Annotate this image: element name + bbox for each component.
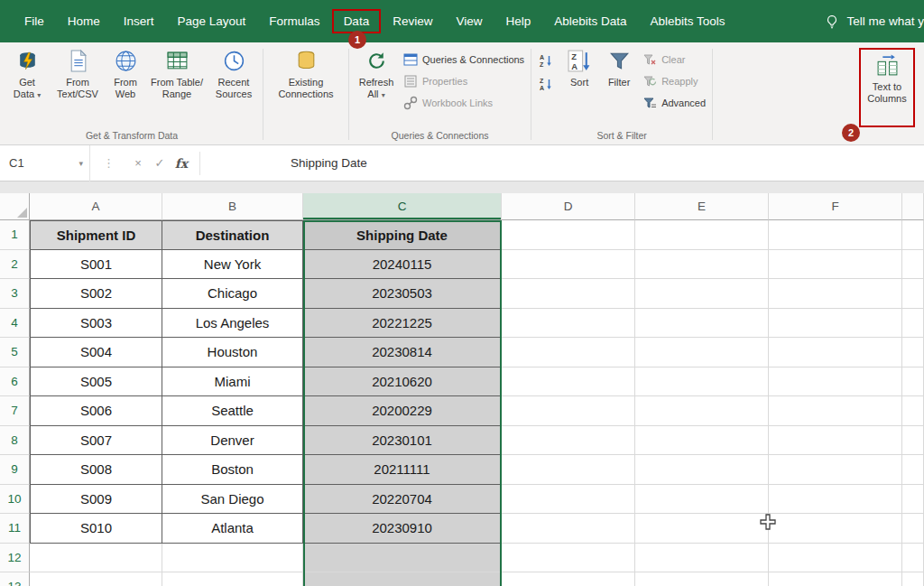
cell-G5[interactable] <box>902 338 924 367</box>
cell-F2[interactable] <box>769 250 902 280</box>
cell-B12[interactable] <box>162 544 303 573</box>
cell-B4[interactable]: Los Angeles <box>162 309 303 339</box>
column-header-D[interactable]: D <box>502 193 635 220</box>
cell-G6[interactable] <box>902 367 924 397</box>
cell-F13[interactable] <box>769 572 902 586</box>
cell-D12[interactable] <box>502 544 635 573</box>
row-header-9[interactable]: 9 <box>0 455 30 485</box>
cell-G7[interactable] <box>902 396 924 426</box>
queries-connections-button[interactable]: Queries & Connections <box>401 50 527 69</box>
cell-G12[interactable] <box>902 544 924 573</box>
filter-button[interactable]: Filter <box>599 45 639 121</box>
cell-G11[interactable] <box>902 514 924 544</box>
cell-A4[interactable]: S003 <box>30 309 162 339</box>
ribbon-tab-review[interactable]: Review <box>381 9 444 33</box>
ribbon-tab-ablebits-data[interactable]: Ablebits Data <box>542 9 638 33</box>
cell-C12[interactable] <box>303 544 502 573</box>
recent-sources-button[interactable]: Recent Sources <box>208 45 259 121</box>
row-header-12[interactable]: 12 <box>0 544 30 573</box>
row-header-6[interactable]: 6 <box>0 367 30 397</box>
cell-B13[interactable] <box>162 572 303 586</box>
row-header-3[interactable]: 3 <box>0 279 30 309</box>
row-header-2[interactable]: 2 <box>0 250 30 280</box>
cell-B3[interactable]: Chicago <box>162 279 303 309</box>
enter-icon[interactable]: ✓ <box>149 156 171 170</box>
insert-function-icon[interactable]: fx <box>171 156 192 171</box>
row-header-8[interactable]: 8 <box>0 426 30 456</box>
cell-D3[interactable] <box>502 279 635 309</box>
cell-B1[interactable]: Destination <box>162 220 303 250</box>
cell-E1[interactable] <box>635 220 769 250</box>
cell-C1[interactable]: Shipping Date <box>303 220 502 250</box>
cell-G4[interactable] <box>902 309 924 339</box>
cell-B5[interactable]: Houston <box>162 338 303 367</box>
cell-C10[interactable]: 20220704 <box>303 485 502 515</box>
select-all-button[interactable] <box>0 193 30 220</box>
cell-F7[interactable] <box>769 396 902 426</box>
cell-A12[interactable] <box>30 544 162 573</box>
row-header-13[interactable]: 13 <box>0 572 30 586</box>
cell-B10[interactable]: San Diego <box>162 485 303 515</box>
formula-bar-handle[interactable]: ⋮ <box>90 156 127 170</box>
advanced-filter-button[interactable]: Advanced <box>640 93 708 112</box>
cell-A13[interactable] <box>30 572 162 586</box>
formula-input[interactable]: Shipping Date <box>291 156 367 170</box>
clear-filter-button[interactable]: Clear <box>640 50 708 69</box>
ribbon-tab-file[interactable]: File <box>13 9 56 33</box>
get-data-button[interactable]: Get Data ▾ <box>5 45 50 121</box>
cell-A9[interactable]: S008 <box>30 455 162 485</box>
cell-B2[interactable]: New York <box>162 250 303 280</box>
row-header-11[interactable]: 11 <box>0 514 30 544</box>
cell-D10[interactable] <box>502 485 635 515</box>
cell-F1[interactable] <box>769 220 902 250</box>
cell-G13[interactable] <box>902 572 924 586</box>
cell-E11[interactable] <box>635 514 769 544</box>
cell-F10[interactable] <box>769 485 902 515</box>
cell-E4[interactable] <box>635 309 769 339</box>
cell-A2[interactable]: S001 <box>30 250 162 280</box>
cell-C8[interactable]: 20230101 <box>303 426 502 456</box>
cell-G2[interactable] <box>902 250 924 280</box>
column-header-A[interactable]: A <box>30 193 162 220</box>
ribbon-tab-formulas[interactable]: Formulas <box>257 9 331 33</box>
cell-F11[interactable] <box>769 514 902 544</box>
cell-C5[interactable]: 20230814 <box>303 338 502 367</box>
refresh-all-button[interactable]: Refresh All ▾ <box>353 45 400 121</box>
cell-D5[interactable] <box>502 338 635 367</box>
cell-B7[interactable]: Seattle <box>162 396 303 426</box>
cell-F6[interactable] <box>769 367 902 397</box>
cell-B9[interactable]: Boston <box>162 455 303 485</box>
cell-E3[interactable] <box>635 279 769 309</box>
cell-D9[interactable] <box>502 455 635 485</box>
cell-D13[interactable] <box>502 572 635 586</box>
cell-F8[interactable] <box>769 426 902 456</box>
reapply-filter-button[interactable]: Reapply <box>640 71 708 90</box>
cell-E2[interactable] <box>635 250 769 280</box>
column-header-B[interactable]: B <box>162 193 303 220</box>
cell-E12[interactable] <box>635 544 769 573</box>
existing-connections-button[interactable]: Existing Connections <box>267 45 345 121</box>
row-header-1[interactable]: 1 <box>0 220 30 250</box>
cell-G1[interactable] <box>902 220 924 250</box>
text-to-columns-button[interactable]: Text to Columns <box>861 50 913 126</box>
from-web-button[interactable]: From Web <box>106 45 145 121</box>
name-box[interactable]: C1 ▾ <box>0 145 90 181</box>
cell-A3[interactable]: S002 <box>30 279 162 309</box>
cell-F4[interactable] <box>769 309 902 339</box>
row-header-5[interactable]: 5 <box>0 338 30 367</box>
cell-C13[interactable] <box>303 572 502 586</box>
ribbon-tab-ablebits-tools[interactable]: Ablebits Tools <box>639 9 737 33</box>
cell-C2[interactable]: 20240115 <box>303 250 502 280</box>
properties-button[interactable]: Properties <box>401 71 527 90</box>
from-table-range-button[interactable]: From Table/ Range <box>146 45 208 121</box>
ribbon-tab-view[interactable]: View <box>444 9 494 33</box>
cancel-icon[interactable]: × <box>127 156 149 170</box>
cell-D1[interactable] <box>502 220 635 250</box>
cell-C11[interactable]: 20230910 <box>303 514 502 544</box>
cell-D7[interactable] <box>502 396 635 426</box>
sort-button[interactable]: ZA Sort <box>560 45 598 121</box>
cell-G10[interactable] <box>902 485 924 515</box>
cell-B8[interactable]: Denver <box>162 426 303 456</box>
cell-B11[interactable]: Atlanta <box>162 514 303 544</box>
row-header-7[interactable]: 7 <box>0 396 30 426</box>
